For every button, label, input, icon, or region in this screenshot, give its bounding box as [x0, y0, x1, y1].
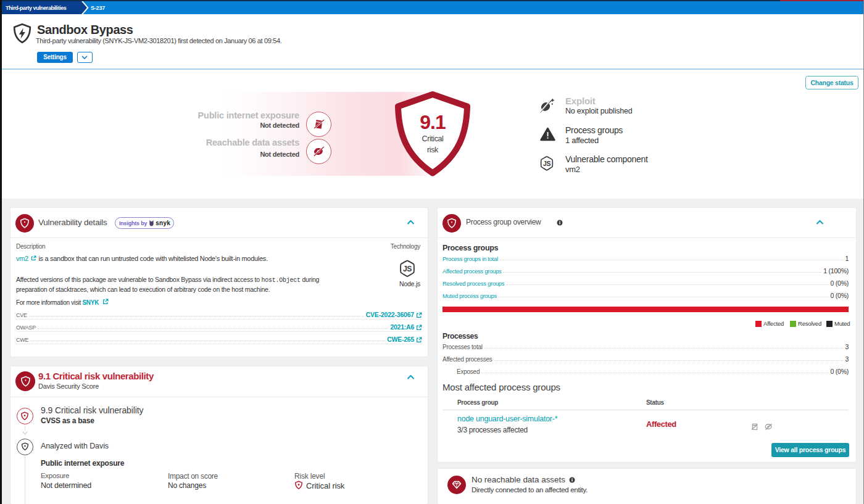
svg-text:JS: JS — [543, 160, 550, 167]
svg-text:JS: JS — [403, 265, 412, 273]
